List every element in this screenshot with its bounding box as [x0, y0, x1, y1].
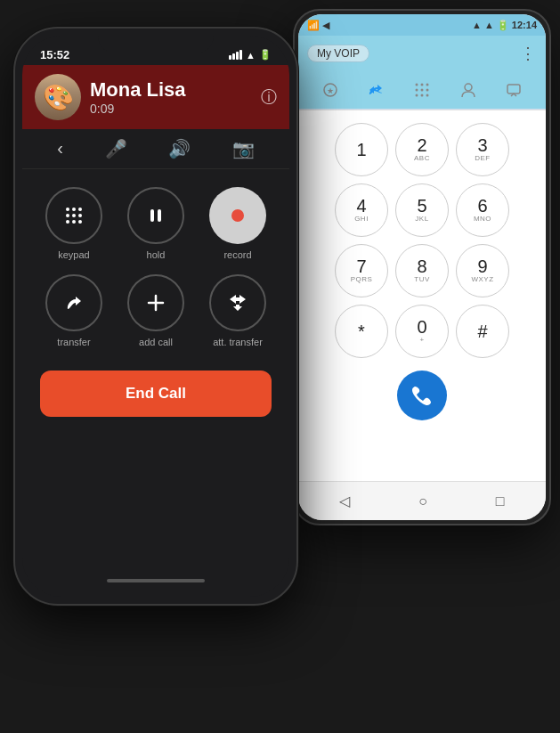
- android-signal-icon: 📶: [307, 20, 320, 31]
- android-network-icon: ▲: [484, 20, 494, 30]
- nav-icon-transfer[interactable]: [362, 77, 389, 103]
- att-transfer-button[interactable]: att. transfer: [204, 274, 272, 347]
- overflow-menu-icon[interactable]: ⋮: [520, 44, 537, 63]
- svg-point-1: [72, 208, 76, 211]
- svg-point-23: [426, 94, 428, 97]
- keypad-button[interactable]: keypad: [40, 187, 108, 260]
- call-duration: 0:09: [90, 102, 252, 116]
- call-info: Mona Lisa 0:09: [90, 78, 252, 116]
- transfer-button[interactable]: transfer: [40, 274, 108, 347]
- svg-point-19: [420, 89, 423, 92]
- svg-point-8: [78, 220, 82, 224]
- dial-key-8[interactable]: 8TUV: [395, 244, 449, 297]
- iphone-notch: [98, 29, 214, 53]
- android-screen: 📶 ◀ ▲ ▲ 🔋 12:14 My VOIP ⋮ ★: [298, 14, 546, 520]
- avatar-image: 🎨: [35, 74, 81, 120]
- android-back-icon: ◀: [322, 20, 329, 31]
- hold-button[interactable]: hold: [122, 187, 190, 260]
- transfer-label: transfer: [57, 337, 90, 347]
- end-call-button[interactable]: End Call: [40, 371, 272, 417]
- info-icon[interactable]: ⓘ: [261, 86, 277, 108]
- svg-point-16: [420, 84, 423, 86]
- android-back-button[interactable]: ◁: [339, 493, 350, 509]
- android-battery-icon: 🔋: [497, 20, 509, 31]
- dial-key-#[interactable]: #: [456, 305, 509, 358]
- dial-key-7[interactable]: 7PQRS: [335, 244, 388, 297]
- android-wifi-icon: ▲: [472, 20, 482, 30]
- microphone-icon[interactable]: 🎤: [105, 138, 127, 159]
- svg-point-3: [66, 214, 69, 217]
- hold-icon: [147, 207, 165, 224]
- nav-icon-contacts[interactable]: [455, 77, 482, 103]
- dial-key-2[interactable]: 2ABC: [395, 123, 449, 176]
- nav-icon-star[interactable]: ★: [317, 77, 344, 103]
- dial-key-4[interactable]: 4GHI: [335, 183, 388, 237]
- iphone-screen: 15:52 ▲ 🔋 🎨 Mona Lisa 0:09 ⓘ: [22, 36, 289, 597]
- dialpad: 12ABC3DEF4GHI5JKL6MNO7PQRS8TUV9WXYZ*0+#: [335, 123, 509, 358]
- transfer-icon: [63, 292, 85, 314]
- video-icon[interactable]: 📷: [232, 138, 255, 159]
- svg-point-2: [78, 208, 82, 211]
- android-status-right: ▲ ▲ 🔋 12:14: [472, 20, 537, 31]
- android-status-left: 📶 ◀: [307, 20, 329, 31]
- back-icon[interactable]: ‹: [57, 138, 63, 159]
- signal-bars-icon: [229, 50, 242, 60]
- keypad-circle: [45, 187, 102, 244]
- dialpad-nav-icon: [414, 82, 430, 98]
- svg-point-24: [465, 84, 472, 91]
- svg-rect-10: [158, 209, 161, 222]
- dial-key-*[interactable]: *: [335, 305, 388, 358]
- svg-point-7: [72, 220, 76, 224]
- add-call-icon: [146, 293, 166, 313]
- hold-label: hold: [147, 249, 166, 260]
- svg-point-22: [420, 94, 423, 97]
- android-content: 12ABC3DEF4GHI5JKL6MNO7PQRS8TUV9WXYZ*0+#: [298, 110, 546, 481]
- add-call-label: add call: [139, 337, 173, 347]
- iphone-device: 15:52 ▲ 🔋 🎨 Mona Lisa 0:09 ⓘ: [13, 27, 298, 606]
- att-transfer-label: att. transfer: [213, 337, 263, 347]
- dial-key-0[interactable]: 0+: [395, 305, 449, 358]
- android-recents-button[interactable]: □: [496, 493, 505, 509]
- dial-key-6[interactable]: 6MNO: [456, 183, 509, 237]
- avatar: 🎨: [35, 74, 81, 120]
- att-transfer-icon: [227, 292, 248, 314]
- home-indicator: [107, 579, 205, 582]
- app-name-badge: My VOIP: [307, 45, 369, 62]
- svg-text:★: ★: [327, 86, 334, 95]
- dial-key-5[interactable]: 5JKL: [395, 183, 449, 237]
- dial-key-9[interactable]: 9WXYZ: [456, 244, 509, 297]
- call-fab-button[interactable]: [397, 371, 447, 420]
- nav-icon-dialpad[interactable]: [409, 77, 435, 103]
- hold-circle: [127, 187, 184, 244]
- svg-point-5: [78, 214, 82, 217]
- transfer-circle: [45, 274, 102, 331]
- dial-key-1[interactable]: 1: [335, 123, 388, 176]
- star-icon: ★: [322, 82, 338, 98]
- android-time: 12:14: [512, 20, 537, 30]
- svg-point-17: [426, 84, 428, 86]
- android-home-button[interactable]: ○: [418, 493, 427, 509]
- dial-key-3[interactable]: 3DEF: [456, 123, 509, 176]
- app-name-label: My VOIP: [317, 47, 360, 60]
- record-button[interactable]: record: [204, 187, 272, 260]
- speaker-icon[interactable]: 🔊: [168, 138, 191, 159]
- svg-point-0: [66, 208, 69, 211]
- keypad-icon: [64, 206, 84, 225]
- add-call-button[interactable]: add call: [122, 274, 190, 347]
- transfer-nav-icon: [367, 81, 385, 99]
- svg-rect-25: [507, 85, 520, 94]
- record-circle: [209, 187, 266, 244]
- contacts-nav-icon: [460, 82, 476, 98]
- svg-point-4: [72, 214, 76, 217]
- nav-icon-messages[interactable]: [500, 77, 527, 103]
- iphone-status-icons: ▲ 🔋: [229, 49, 272, 61]
- android-toolbar: My VOIP ⋮: [298, 36, 546, 71]
- keypad-label: keypad: [58, 249, 89, 260]
- svg-point-21: [415, 94, 418, 97]
- messages-nav-icon: [506, 82, 522, 98]
- svg-point-20: [426, 89, 428, 92]
- record-dot-icon: [231, 209, 244, 222]
- att-transfer-circle: [209, 274, 266, 331]
- phone-call-icon: [410, 383, 434, 408]
- android-nav-icons: ★: [298, 71, 546, 110]
